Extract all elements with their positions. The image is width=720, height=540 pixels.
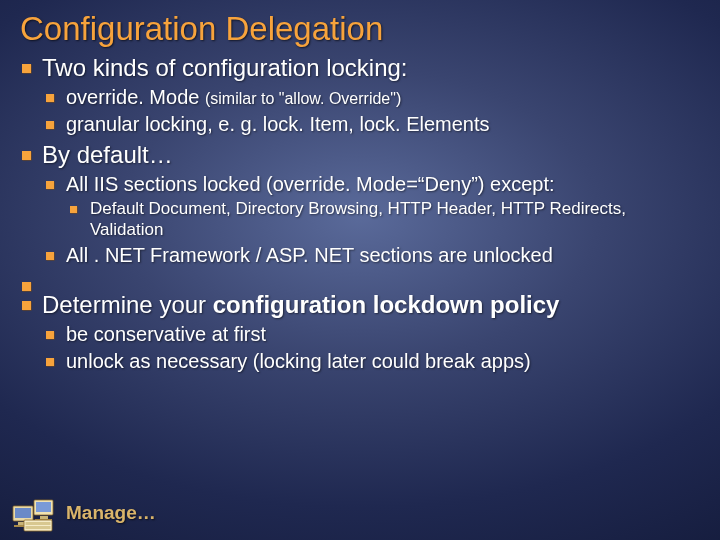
bullet-text: Two kinds of configuration locking: xyxy=(42,54,408,81)
bullet-item: override. Mode (similar to "allow. Overr… xyxy=(42,86,702,109)
bullet-subnote: (similar to "allow. Override") xyxy=(205,90,401,107)
bullet-list-level3: Default Document, Directory Browsing, HT… xyxy=(66,199,702,240)
bullet-list-level2: All IIS sections locked (override. Mode=… xyxy=(42,173,702,267)
bullet-text: override. Mode xyxy=(66,86,205,108)
bullet-item: be conservative at first xyxy=(42,323,702,346)
svg-rect-9 xyxy=(26,522,51,525)
svg-rect-1 xyxy=(15,508,31,518)
bullet-text-bold: configuration lockdown policy xyxy=(213,291,560,318)
footer: Manage… xyxy=(12,494,156,532)
svg-rect-10 xyxy=(26,526,51,529)
manage-icon xyxy=(12,494,58,532)
bullet-text: unlock as necessary (locking later could… xyxy=(66,350,531,372)
spacer xyxy=(18,272,702,286)
bullet-item: Default Document, Directory Browsing, HT… xyxy=(66,199,702,240)
bullet-text: be conservative at first xyxy=(66,323,266,345)
bullet-list-level2: override. Mode (similar to "allow. Overr… xyxy=(42,86,702,136)
svg-rect-6 xyxy=(40,516,48,519)
bullet-text: Default Document, Directory Browsing, HT… xyxy=(90,199,626,239)
bullet-text: By default… xyxy=(42,141,173,168)
bullet-text: All . NET Framework / ASP. NET sections … xyxy=(66,244,553,266)
bullet-item: All IIS sections locked (override. Mode=… xyxy=(42,173,702,240)
bullet-item: unlock as necessary (locking later could… xyxy=(42,350,702,373)
bullet-item: All . NET Framework / ASP. NET sections … xyxy=(42,244,702,267)
svg-rect-5 xyxy=(36,502,51,512)
bullet-text-prefix: Determine your xyxy=(42,291,213,318)
bullet-text: granular locking, e. g. lock. Item, lock… xyxy=(66,113,490,135)
bullet-text: All IIS sections locked (override. Mode=… xyxy=(66,173,555,195)
bullet-list-level2: be conservative at first unlock as neces… xyxy=(42,323,702,373)
bullet-item: Two kinds of configuration locking: over… xyxy=(18,54,702,136)
bullet-item: By default… All IIS sections locked (ove… xyxy=(18,141,702,267)
slide: Configuration Delegation Two kinds of co… xyxy=(0,0,720,540)
footer-text: Manage… xyxy=(66,502,156,524)
bullet-list-level1: Two kinds of configuration locking: over… xyxy=(18,54,702,373)
bullet-item: Determine your configuration lockdown po… xyxy=(18,291,702,373)
bullet-item: granular locking, e. g. lock. Item, lock… xyxy=(42,113,702,136)
slide-title: Configuration Delegation xyxy=(20,10,702,48)
svg-rect-8 xyxy=(24,520,52,531)
